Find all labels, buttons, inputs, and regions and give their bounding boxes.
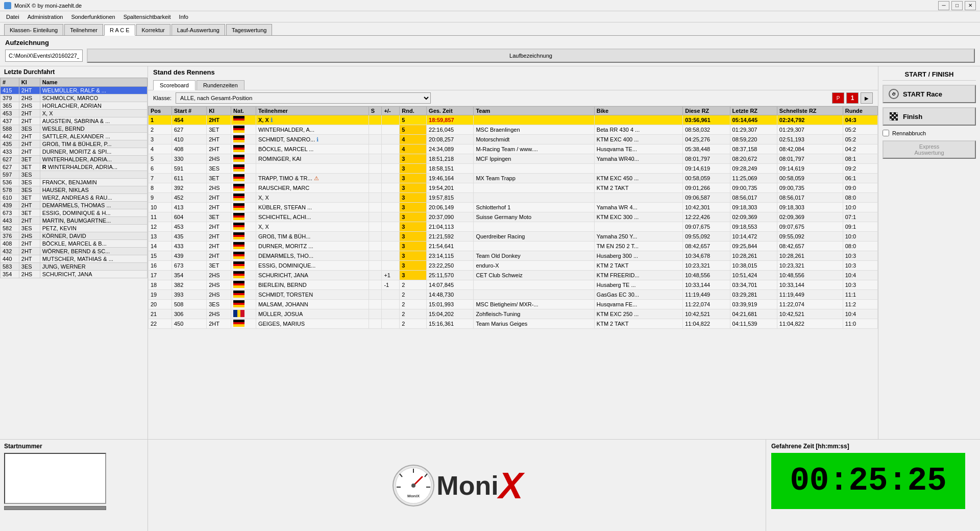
table-row[interactable]: 12 453 2HT X, X 3 21:04,113 09:07,675 09… (149, 222, 878, 232)
menu-spaltensichtbarkeit[interactable]: Spaltensichtbarkeit (119, 13, 175, 21)
list-item[interactable]: 673 3ET ESSIG, DOMINIQUE & H... (1, 209, 148, 217)
row-ki: 2HS (207, 280, 231, 290)
list-item[interactable]: 376 2HS KÖRNER, DAVID (1, 232, 148, 240)
table-row[interactable]: 9 452 2HT X, X 3 19:57,815 09:06,587 08:… (149, 193, 878, 203)
finish-button[interactable]: Finish (883, 107, 976, 126)
tab-teilnehmer[interactable]: Teilnehmer (64, 24, 103, 35)
laufbezeichnung-button[interactable]: Laufbezeichnung (87, 49, 975, 63)
tab-scoreboard[interactable]: Scoreboard (153, 80, 195, 90)
list-item[interactable]: 582 3ES PETZ, KEVIN (1, 225, 148, 232)
table-row[interactable]: 5 330 2HS ROMINGER, KAI 3 18:51,218 MCF … (149, 154, 878, 164)
table-row[interactable]: 19 393 2HS SCHMIDT, TORSTEN 2 14:48,730 … (149, 290, 878, 300)
row-team: Zohfleisch-Tuning (474, 309, 594, 319)
tab-tageswertung[interactable]: Tageswertung (226, 24, 273, 35)
table-row[interactable]: 10 413 2HT KÜBLER, STEFAN ... 3 20:06,14… (149, 203, 878, 212)
list-item[interactable]: 597 3ES (1, 171, 148, 179)
logo-container: MoniX Moni X (390, 463, 523, 509)
table-row[interactable]: 11 604 3ET SCHICHTEL, ACHI... 3 20:37,09… (149, 212, 878, 222)
menu-info[interactable]: Info (175, 13, 192, 21)
klasse-btn-right[interactable]: ▶ (861, 92, 873, 104)
aufzeichnung-section: Aufzeichnung Laufbezeichnung (0, 36, 980, 66)
list-item[interactable]: 627 3ET R WINTERHALDER, ADRIA... (1, 163, 148, 171)
table-row[interactable]: 8 392 2HS RAUSCHER, MARC 3 19:54,201 KTM… (149, 183, 878, 193)
table-row[interactable]: 22 450 2HT GEIGES, MARIUS 2 15:16,361 Te… (149, 319, 878, 329)
start-race-button[interactable]: ⏱ START Race (883, 85, 976, 103)
close-button[interactable]: ✕ (965, 1, 976, 10)
list-item[interactable]: 588 3ES WESLE, BERND (1, 125, 148, 133)
table-row[interactable]: 17 354 2HS SCHURICHT, JANA +1 3 25:11,57… (149, 271, 878, 280)
table-row[interactable]: 21 306 2HS MÜLLER, JOSUA 2 15:04,202 Zoh… (149, 309, 878, 319)
tab-korrektur[interactable]: Korrektur (136, 24, 170, 35)
table-row[interactable]: 20 508 3ES MALSAM, JOHANN 2 15:01,993 MS… (149, 300, 878, 309)
row-start: 439 (172, 251, 207, 261)
list-item[interactable]: 578 3ES HAUSER, NIKLAS (1, 186, 148, 194)
list-item[interactable]: 627 3ET WINTERHALDER, ADRIA... (1, 156, 148, 163)
info-icon[interactable]: ℹ (271, 117, 273, 123)
row-start: 392 (172, 183, 207, 193)
tab-race[interactable]: R A C E (104, 25, 135, 36)
warn-icon[interactable]: ⚠ (314, 175, 319, 181)
menu-sonderfunktionen[interactable]: Sonderfunktionen (67, 13, 119, 21)
list-item[interactable]: 379 2HS SCHMOLCK, MARCO (1, 94, 148, 102)
table-row[interactable]: 14 433 2HT DURNER, MORITZ ... 3 21:54,64… (149, 242, 878, 251)
info-icon[interactable]: ℹ (316, 136, 318, 142)
list-item[interactable]: 437 2HT AUGSTEIN, SABRINA & ... (1, 117, 148, 125)
list-item[interactable]: 440 2HT MUTSCHER, MATHIAS & ... (1, 255, 148, 263)
table-row[interactable]: 16 673 3ET ESSIG, DOMINIQUE... 3 23:22,2… (149, 261, 878, 271)
row-pos: 9 (149, 193, 172, 203)
minimize-button[interactable]: ─ (938, 1, 949, 10)
row-team: Suisse Germany Moto (474, 212, 594, 222)
startnummer-bar[interactable] (4, 506, 106, 510)
table-row[interactable]: 3 410 2HT SCHMIDT, SANDRO... ℹ 4 20:08,2… (149, 135, 878, 144)
row-nat (231, 319, 256, 329)
row-name: X, X (256, 193, 369, 203)
table-row[interactable]: 6 591 3ES 3 18:58,151 09:14,619 09:28,24… (149, 164, 878, 174)
maximize-button[interactable]: □ (951, 1, 963, 10)
klasse-select[interactable]: ALLE, nach Gesamt-Position (176, 92, 431, 104)
list-item[interactable]: 439 2HT DEMARMELS, THOMAS ... (1, 202, 148, 209)
rennabbruch-checkbox[interactable] (883, 130, 889, 136)
svg-rect-24 (233, 194, 244, 196)
list-item[interactable]: 415 2HT WELMÜLLER, RALF & ... (1, 87, 148, 94)
table-row[interactable]: 18 382 2HS BIERLEIN, BERND -1 2 14:07,84… (149, 280, 878, 290)
participant-ki: 2HS (19, 271, 40, 278)
table-row[interactable]: 15 439 2HT DEMARMELS, THO... 3 23:14,115… (149, 251, 878, 261)
menu-datei[interactable]: Datei (2, 13, 23, 21)
klasse-btn-pdf[interactable]: P (832, 92, 844, 104)
participant-num: 433 (1, 148, 19, 156)
participant-scroll[interactable]: # KI Name 415 2HT WELMÜLLER, RALF & ... … (0, 78, 148, 302)
table-row[interactable]: 13 435 2HT GROß, TIM & BÜH... 3 21:21,59… (149, 232, 878, 242)
list-item[interactable]: 365 2HS HORLACHER, ADRIAN (1, 102, 148, 110)
list-item[interactable]: 453 2HT X, X (1, 110, 148, 117)
list-item[interactable]: 536 3ES FRANCK, BENJAMIN (1, 179, 148, 186)
tab-lauf-auswertung[interactable]: Lauf-Auswertung (172, 24, 225, 35)
row-bike: Husaberg TE ... (594, 280, 682, 290)
row-team: Motorschmidt (474, 135, 594, 144)
table-row[interactable]: 2 627 3ET WINTERHALDER, A... 5 22:16,045… (149, 125, 878, 135)
title-bar-controls[interactable]: ─ □ ✕ (938, 1, 976, 10)
express-auswertung-button[interactable]: Express Auswertung (883, 140, 976, 159)
list-item[interactable]: 610 3ET WERZ, ANDREAS & RAU... (1, 194, 148, 202)
menu-administration[interactable]: Administration (23, 13, 67, 21)
race-table-container[interactable]: Pos Start # KI Nat. Teilnehmer S +/- Rnd… (148, 106, 878, 439)
row-runde: 11:1 (843, 290, 877, 300)
tab-rundenzeiten[interactable]: Rundenzeiten (197, 80, 244, 90)
list-item[interactable]: 354 2HS SCHURICHT, JANA (1, 271, 148, 278)
row-letzte: 09:25,844 (730, 242, 777, 251)
list-item[interactable]: 583 3ES JUNG, WERNER (1, 263, 148, 271)
path-input[interactable] (5, 50, 83, 62)
table-row[interactable]: 4 408 2HT BÖCKLE, MARCEL ... 4 24:34,089… (149, 144, 878, 154)
table-row[interactable]: 1 454 2HT X, X ℹ 5 18:59,857 03:56,961 0… (149, 115, 878, 125)
table-row[interactable]: 7 611 3ET TRAPP, TIMO & TR... ⚠ 3 19:46,… (149, 174, 878, 183)
klasse-btn-num[interactable]: 1 (846, 92, 859, 104)
list-item[interactable]: 442 2HT SATTLER, ALEXANDER ... (1, 133, 148, 140)
list-item[interactable]: 432 2HT WÖRNER, BERND & SC... (1, 248, 148, 255)
list-item[interactable]: 433 2HT DURNER, MORITZ & SPI... (1, 148, 148, 156)
row-start: 453 (172, 222, 207, 232)
list-item[interactable]: 408 2HT BÖCKLE, MARCEL & B... (1, 240, 148, 248)
row-rnd: 3 (400, 251, 427, 261)
row-team: MCF Ippingen (474, 154, 594, 164)
list-item[interactable]: 443 2HT MARTIN, BAUMGARTNE... (1, 217, 148, 225)
tab-klassen-einteilung[interactable]: Klassen- Einteilung (4, 24, 63, 35)
list-item[interactable]: 435 2HT GROß, TIM & BÜHLER, P... (1, 140, 148, 148)
